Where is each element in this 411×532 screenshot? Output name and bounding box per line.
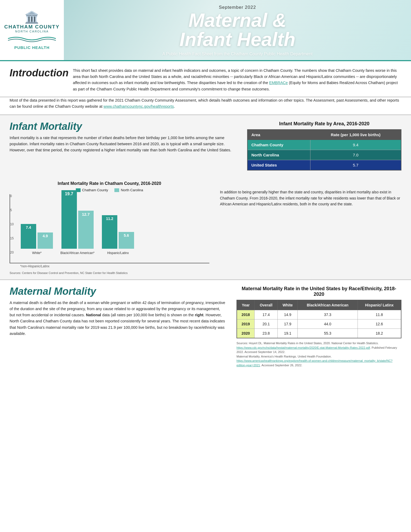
- mm-2018-hispanic: 11.8: [358, 310, 401, 319]
- bar-label-white: White*: [32, 251, 41, 255]
- mm-2018-overall: 17.4: [255, 310, 278, 319]
- maternal-mortality-section: Maternal Mortality A maternal death is d…: [0, 279, 411, 372]
- mm-2019-white: 17.9: [278, 319, 298, 329]
- bar-group-hispanic: 11.2 5.6 Hispanic/Latinx: [102, 215, 134, 255]
- mm-description: A maternal death is defined as the death…: [10, 300, 226, 337]
- mm-col-hispanic: Hispanic/ Latinx: [358, 300, 401, 310]
- mm-col-white: White: [278, 300, 298, 310]
- intro-title: Introduction: [10, 68, 65, 79]
- chatham-county-label: Chatham County: [247, 140, 310, 150]
- mm-col-overall: Overall: [255, 300, 278, 310]
- mm-2019-overall: 20.1: [255, 319, 278, 329]
- table-row-nc: North Carolina 7.0: [247, 150, 401, 160]
- mm-table-title: Maternal Mortality Rate in the United St…: [236, 286, 401, 297]
- website-link[interactable]: www.chathamcountync.gov/healthreports: [103, 104, 174, 109]
- bar-chatham-black: 19.7: [61, 190, 77, 249]
- legend-nc-label: North Carolina: [121, 188, 143, 192]
- us-label: United States: [247, 160, 310, 171]
- us-rate: 5.7: [310, 160, 401, 171]
- mm-year-2019: 2019: [237, 319, 255, 329]
- mm-2020-black: 55.3: [298, 329, 358, 338]
- table-row-us: United States 5.7: [247, 160, 401, 171]
- intro-left: Introduction: [10, 68, 65, 92]
- im-title: Infant Mortality: [10, 121, 236, 132]
- im-table-title: Infant Mortality Rate by Area, 2016-2020: [247, 121, 401, 127]
- im-table-area: Infant Mortality Rate by Area, 2016-2020…: [247, 121, 401, 171]
- table-col-rate: Rate (per 1,000 live births): [310, 130, 401, 140]
- mm-table-area: Maternal Mortality Rate in the United St…: [236, 286, 401, 367]
- chart-disparities-text: In addition to being generally higher th…: [220, 181, 401, 268]
- bar-group-white: 7.4 4.9 White*: [21, 224, 53, 255]
- bar-chart-section: Infant Mortality Rate in Chatham County,…: [0, 181, 411, 268]
- mm-right-bold: right: [195, 313, 203, 317]
- logo-public-health: Public Health: [14, 45, 50, 50]
- legend-nc: North Carolina: [114, 188, 143, 192]
- mm-2020-overall: 23.8: [255, 329, 278, 338]
- bar-chatham-white: 7.4: [21, 224, 36, 249]
- table-row-chatham: Chatham County 9.4: [247, 140, 401, 150]
- logo-county-name: Chatham County: [4, 24, 60, 30]
- mm-source-link1[interactable]: https://www.cdc.gov/nchs/data/hestat/mat…: [236, 346, 370, 349]
- bar-chart-wrapper: 20 15 10 5 0 7.4 4.9 White*: [10, 194, 209, 268]
- header-title-area: September 2022 Maternal & Infant Health …: [64, 0, 411, 60]
- im-text: Infant mortality is a rate that represen…: [10, 135, 236, 153]
- mm-national-bold: National: [86, 313, 101, 317]
- mm-year-2018: 2018: [237, 310, 255, 319]
- intro-paragraph1: This short fact sheet provides data on m…: [73, 68, 401, 92]
- nc-label: North Carolina: [247, 150, 310, 160]
- mm-year-2020: 2020: [237, 329, 255, 338]
- bar-nc-black: 12.7: [78, 211, 94, 249]
- mm-2018-white: 14.9: [278, 310, 298, 319]
- header-date: September 2022: [219, 5, 256, 10]
- mm-row-2020: 2020 23.8 19.1 55.3 18.2: [237, 329, 401, 338]
- mm-2019-hispanic: 12.6: [358, 319, 401, 329]
- chart-left: Infant Mortality Rate in Chatham County,…: [10, 181, 209, 268]
- mm-source-link2[interactable]: https://www.americashealthrankings.org/e…: [236, 359, 392, 367]
- chart-footnote: *non-Hispanic/Latinx: [10, 264, 209, 268]
- table-col-area: Area: [247, 130, 310, 140]
- mm-col-year: Year: [237, 300, 255, 310]
- legend-nc-color: [114, 188, 119, 192]
- mm-2020-white: 19.1: [278, 329, 298, 338]
- nc-rate: 7.0: [310, 150, 401, 160]
- bar-label-hispanic: Hispanic/Latinx: [107, 251, 129, 255]
- mm-2018-black: 37.3: [298, 310, 358, 319]
- maternal-mortality-table: Year Overall White Black/African America…: [236, 300, 401, 338]
- im-description: Infant Mortality Infant mortality is a r…: [10, 121, 236, 171]
- chatham-county-rate: 9.4: [310, 140, 401, 150]
- mm-col-black: Black/African American: [298, 300, 358, 310]
- embrace-link[interactable]: EMBRACe: [269, 81, 288, 85]
- chart-title: Infant Mortality Rate in Chatham County,…: [10, 181, 209, 186]
- logo-area: 🏛️ Chatham County North Carolina Public …: [0, 0, 64, 60]
- infant-mortality-section: Infant Mortality Infant mortality is a r…: [0, 114, 411, 279]
- infant-mortality-rate-table: Area Rate (per 1,000 live births) Chatha…: [247, 129, 401, 171]
- mm-2020-hispanic: 18.2: [358, 329, 401, 338]
- main-title: Maternal & Infant Health: [179, 11, 295, 49]
- chart-legend: Chatham County North Carolina: [10, 188, 209, 192]
- logo-state-name: North Carolina: [15, 30, 49, 33]
- bar-nc-white: 4.9: [38, 232, 53, 249]
- bar-group-black: 19.7 12.7 Black/African American*: [60, 190, 94, 255]
- page-header: 🏛️ Chatham County North Carolina Public …: [0, 0, 411, 61]
- intro-section: Introduction This short fact sheet provi…: [0, 61, 411, 97]
- y-axis: 20 15 10 5 0: [10, 194, 20, 255]
- chart-source: Sources: Centers for Disease Control and…: [0, 270, 411, 279]
- mm-title: Maternal Mortality: [10, 286, 226, 297]
- intro-bottom: Most of the data presented in this repor…: [0, 97, 411, 114]
- bar-chatham-hispanic: 11.2: [102, 215, 117, 249]
- mm-row-2018: 2018 17.4 14.9 37.3 11.8: [237, 310, 401, 319]
- logo-wave-graphic: [8, 35, 56, 43]
- mm-sources: Sources: Hoyert DL. Maternal Mortality R…: [236, 341, 401, 367]
- intro-right: This short fact sheet provides data on m…: [73, 68, 401, 92]
- header-subtitle: A Public Health Fact Sheet from the Chat…: [162, 52, 313, 56]
- mm-2019-black: 44.0: [298, 319, 358, 329]
- im-top-row: Infant Mortality Infant mortality is a r…: [10, 121, 401, 171]
- bar-chart: 20 15 10 5 0 7.4 4.9 White*: [10, 194, 209, 263]
- mm-left: Maternal Mortality A maternal death is d…: [10, 286, 226, 367]
- mm-row-2019: 2019 20.1 17.9 44.0 12.6: [237, 319, 401, 329]
- bar-label-black: Black/African American*: [60, 251, 94, 255]
- bar-nc-hispanic: 5.6: [119, 232, 134, 249]
- building-icon: 🏛️: [24, 10, 39, 24]
